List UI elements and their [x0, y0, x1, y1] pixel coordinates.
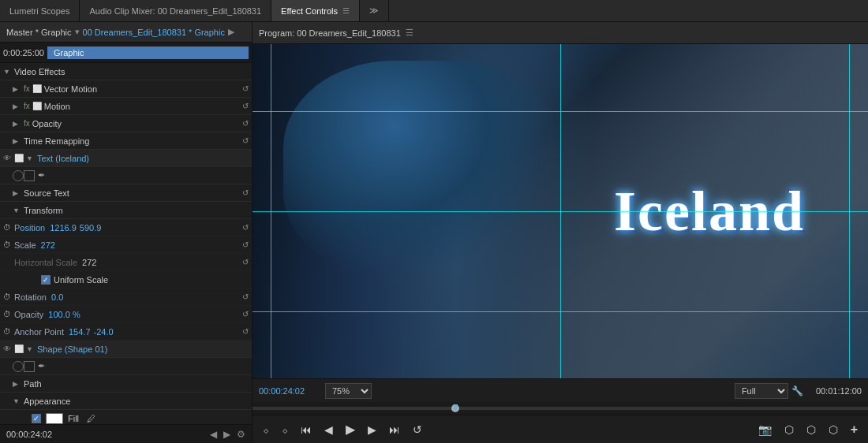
scale-stopwatch[interactable]: ⏱ [3, 240, 11, 249]
rotation-stopwatch[interactable]: ⏱ [3, 292, 11, 301]
left-timecode: 00:00:24:02 [6, 430, 52, 439]
clip-name-arrow[interactable]: ▶ [228, 27, 234, 37]
source-text-expand[interactable]: ▶ [13, 189, 21, 197]
opacity-expand[interactable]: ▶ [13, 120, 21, 128]
reset-hscale[interactable]: ↺ [242, 258, 249, 266]
uniform-scale-row: ✓ Uniform Scale [0, 271, 252, 289]
text-visibility[interactable]: 👁 [3, 154, 11, 162]
opacity-label: Opacity [32, 119, 62, 128]
time-remapping-expand[interactable]: ▶ [13, 137, 21, 145]
mark-out-btn[interactable]: ⬦ [278, 421, 292, 438]
position-row: ⏱ Position 1216.9 590.9 ↺ [0, 219, 252, 236]
nav-next-btn[interactable]: ▶ [223, 429, 230, 440]
fill-paint-icon[interactable]: 🖊 [87, 414, 95, 423]
shape-circle-icon[interactable] [13, 361, 24, 372]
appearance-label: Appearance [24, 396, 70, 406]
position-stopwatch[interactable]: ⏱ [3, 223, 11, 232]
appearance-section: ▼ Appearance [0, 393, 252, 410]
anchor-point-row: ⏱ Anchor Point 154.7 -24.0 ↺ [0, 323, 252, 341]
end-timecode: 00:01:12:00 [816, 386, 862, 396]
insert-btn[interactable]: ⬡ [780, 421, 798, 438]
tab-lumetri[interactable]: Lumetri Scopes [0, 0, 80, 21]
reset-motion[interactable]: ↺ [242, 102, 249, 110]
top-bar: Lumetri Scopes Audio Clip Mixer: 00 Drea… [0, 0, 868, 22]
step-fwd-btn[interactable]: ▶ [364, 421, 380, 438]
play-btn[interactable]: ▶ [342, 419, 359, 439]
anchor-y[interactable]: -24.0 [94, 327, 114, 337]
zoom-select[interactable]: 75% 50% 100% [325, 383, 372, 399]
text-iceland-section: 👁 ⬜ ▼ Text (Iceland) [0, 150, 252, 167]
shape-pen-icon[interactable]: ✒ [38, 361, 45, 371]
opacity-stopwatch[interactable]: ⏱ [3, 310, 11, 318]
position-x[interactable]: 1216.9 [50, 223, 77, 233]
transport-bar: ⬦ ⬦ ⏮ ◀ ▶ ▶ ⏭ ↺ 📷 ⬡ ⬡ ⬡ + [253, 415, 868, 443]
motion-expand[interactable]: ▶ [13, 102, 21, 110]
path-expand[interactable]: ▶ [13, 380, 21, 388]
rotation-value[interactable]: 0.0 [51, 292, 63, 302]
appearance-expand[interactable]: ▼ [13, 397, 21, 405]
step-back-keyframe-btn[interactable]: ⏮ [297, 421, 316, 438]
settings-btn[interactable]: ⬡ [825, 421, 842, 438]
motion-row: ▶ fx ⬜ Motion ↺ [0, 98, 252, 115]
anchor-stopwatch[interactable]: ⏱ [3, 327, 11, 336]
shape-expand[interactable]: ▼ [26, 345, 34, 353]
nav-settings-btn[interactable]: ⚙ [237, 429, 245, 440]
hscale-label: Horizontal Scale [14, 258, 77, 267]
opacity-value[interactable]: 100.0 % [48, 310, 80, 319]
program-menu-icon[interactable]: ☰ [406, 28, 413, 38]
graphic-clip-label[interactable]: Graphic [47, 47, 249, 59]
overwrite-btn[interactable]: ⬡ [803, 421, 820, 438]
pen-tool-icon[interactable]: ✒ [38, 170, 45, 181]
time-remapping-label: Time Remapping [24, 136, 89, 146]
text-expand[interactable]: ▼ [26, 154, 34, 162]
tab-overflow[interactable]: ≫ [360, 0, 389, 21]
motion-label: Motion [44, 102, 70, 111]
tab-effectcontrols[interactable]: Effect Controls ☰ [271, 0, 360, 21]
fill-color-swatch[interactable] [46, 413, 63, 424]
playback-bar[interactable] [253, 402, 868, 415]
mark-in-btn[interactable]: ⬦ [259, 421, 273, 438]
tab-audiomix[interactable]: Audio Clip Mixer: 00 Dreamers_Edit_18083… [80, 0, 271, 21]
reset-opacity[interactable]: ↺ [242, 119, 249, 128]
fill-label: Fill [68, 414, 79, 423]
position-y[interactable]: 590.9 [80, 223, 102, 233]
shape-type-icon: ⬜ [14, 344, 24, 353]
export-frame-btn[interactable]: 📷 [754, 421, 776, 438]
nav-prev-btn[interactable]: ◀ [210, 429, 217, 440]
main-content: Master * Graphic ▾ 00 Dreamers_Edit_1808… [0, 22, 868, 443]
rect-shape-icon[interactable] [24, 170, 35, 181]
scale-row: ⏱ Scale 272 ↺ [0, 236, 252, 254]
fill-checkbox[interactable]: ✓ [32, 414, 41, 423]
step-back-btn[interactable]: ◀ [320, 421, 337, 438]
anchor-x[interactable]: 154.7 [69, 327, 91, 337]
position-label: Position [14, 223, 45, 233]
uniform-scale-checkbox[interactable]: ✓ [41, 275, 51, 285]
reset-anchor[interactable]: ↺ [242, 327, 249, 336]
reset-scale[interactable]: ↺ [242, 240, 249, 249]
circle-shape-icon[interactable] [13, 170, 24, 181]
transform-expand[interactable]: ▼ [13, 207, 21, 214]
fx-badge-motion: fx [24, 102, 30, 110]
left-bottom-bar: 00:00:24:02 ◀ ▶ ⚙ [0, 424, 252, 443]
loop-btn[interactable]: ↺ [409, 421, 426, 438]
shape-rect-icon[interactable] [24, 361, 35, 372]
reset-position[interactable]: ↺ [242, 223, 249, 232]
step-fwd-keyframe-btn[interactable]: ⏭ [385, 421, 404, 438]
hscale-value[interactable]: 272 [82, 258, 96, 267]
vector-motion-expand[interactable]: ▶ [13, 85, 21, 93]
reset-opacity-prop[interactable]: ↺ [242, 310, 249, 318]
wrench-icon[interactable]: 🔧 [791, 385, 803, 396]
text-iceland-label: Text (Iceland) [37, 154, 89, 163]
quality-select[interactable]: Full Half Quarter [735, 383, 788, 399]
reset-vectormotion[interactable]: ↺ [242, 84, 249, 93]
reset-rotation[interactable]: ↺ [242, 292, 249, 301]
reset-sourcetext[interactable]: ↺ [242, 188, 249, 197]
reset-timeremapping[interactable]: ↺ [242, 136, 249, 145]
shape-visibility[interactable]: 👁 [3, 344, 11, 353]
anchor-label: Anchor Point [14, 327, 64, 337]
shape-section: 👁 ⬜ ▼ Shape (Shape 01) [0, 341, 252, 358]
add-btn[interactable]: + [847, 420, 862, 439]
scale-value[interactable]: 272 [41, 240, 55, 250]
clip-dropdown-arrow[interactable]: ▾ [75, 27, 80, 37]
video-effects-expand[interactable]: ▼ [3, 68, 11, 76]
